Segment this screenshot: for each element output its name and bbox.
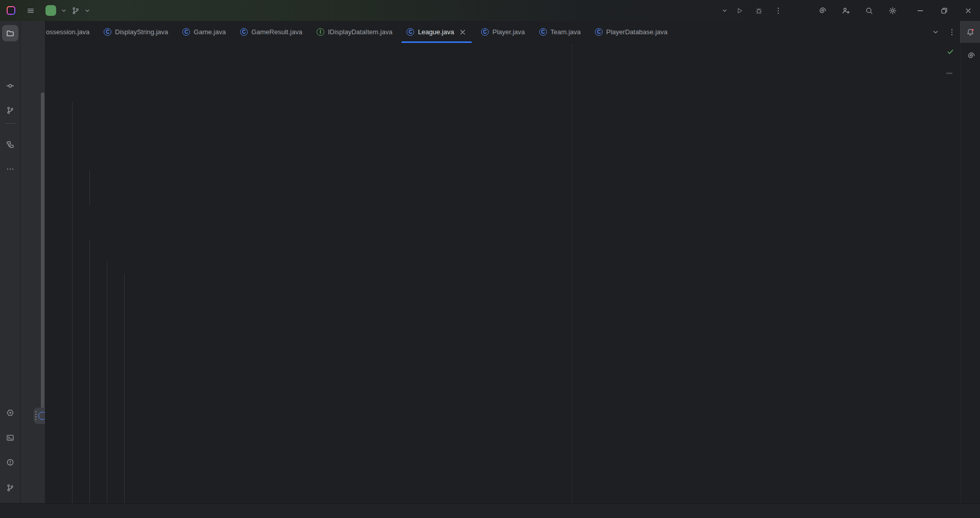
- structure-icon: [6, 140, 14, 149]
- ide-window: { "colors": { "accent":"#3574F0", "keywo…: [0, 0, 980, 518]
- tab-options-button[interactable]: [944, 28, 960, 36]
- terminal-icon: [6, 434, 14, 442]
- stripe-divider: [5, 123, 15, 124]
- chevron-down-icon: [721, 7, 728, 15]
- tab-ossession-java[interactable]: ossession.java: [39, 21, 97, 43]
- terminal-tool-button[interactable]: [2, 430, 18, 446]
- project-tool-button[interactable]: [2, 25, 18, 41]
- indent-guide: [107, 263, 107, 503]
- editor-tab-bar: ossession.javaCDisplayString.javaCGame.j…: [20, 21, 980, 43]
- chevron-down-icon: [84, 7, 91, 15]
- problems-icon: [6, 458, 14, 466]
- settings-button[interactable]: [889, 7, 897, 15]
- tab-label: PlayerDatabase.java: [606, 28, 667, 36]
- ai-assistant-icon: [967, 52, 975, 60]
- minimize-icon: [916, 7, 924, 15]
- tab-gameresult-java[interactable]: CGameResult.java: [233, 21, 309, 43]
- tab-game-java[interactable]: CGame.java: [175, 21, 233, 43]
- indent-guide: [124, 274, 125, 503]
- chevron-down-icon: [931, 28, 940, 36]
- version-control-tool-button[interactable]: [2, 480, 18, 496]
- main-menu-button[interactable]: [23, 3, 38, 18]
- more-dots-icon: [6, 165, 14, 173]
- inspections-ok-icon[interactable]: [946, 48, 954, 56]
- tab-playerdatabase-java[interactable]: CPlayerDatabase.java: [588, 21, 675, 43]
- folder-icon: [6, 29, 14, 37]
- class-icon: C: [481, 28, 489, 36]
- structure-tool-button[interactable]: [2, 136, 18, 153]
- class-icon: C: [539, 28, 547, 36]
- git-branch-icon: [71, 7, 80, 15]
- tab-player-java[interactable]: CPlayer.java: [474, 21, 532, 43]
- vcs-branch-widget[interactable]: [71, 3, 91, 18]
- tab-league-java[interactable]: CLeague.java: [399, 21, 474, 43]
- project-panel[interactable]: [20, 21, 45, 503]
- right-margin-guide: [572, 43, 572, 503]
- run-hexagon-icon: [6, 409, 14, 417]
- restore-icon: [940, 7, 948, 15]
- search-everywhere-button[interactable]: [865, 7, 873, 15]
- class-icon: C: [595, 28, 603, 36]
- pull-requests-tool-button[interactable]: [2, 102, 18, 119]
- run-gutter-icon: [38, 412, 45, 420]
- commit-icon: [6, 82, 14, 90]
- tab-team-java[interactable]: CTeam.java: [532, 21, 588, 43]
- indent-guide: [89, 171, 90, 205]
- kebab-menu-icon: [948, 28, 956, 36]
- git-branch-icon: [6, 106, 14, 114]
- close-icon: [964, 7, 972, 15]
- project-widget[interactable]: [45, 3, 67, 18]
- tab-label: League.java: [418, 28, 454, 36]
- right-tool-stripe: [961, 43, 980, 503]
- tab-close-icon[interactable]: [459, 28, 467, 36]
- project-panel-scrollbar[interactable]: [41, 92, 44, 419]
- tab-label: GameResult.java: [251, 28, 302, 36]
- project-avatar: [45, 5, 56, 16]
- tab-label: DisplayString.java: [115, 28, 168, 36]
- code-editor[interactable]: [45, 43, 961, 503]
- run-tool-button[interactable]: [2, 405, 18, 421]
- bell-icon: [966, 28, 974, 36]
- minimize-button[interactable]: [908, 0, 932, 21]
- title-bar: [0, 0, 980, 21]
- ai-assistant-tool-button[interactable]: [963, 48, 979, 64]
- more-tool-windows-button[interactable]: [2, 161, 18, 177]
- ai-assistant-icon[interactable]: [818, 7, 826, 15]
- class-icon: C: [104, 28, 111, 36]
- intellij-logo-icon: [7, 6, 15, 15]
- tab-label: Game.java: [194, 28, 226, 36]
- tab-label: IDisplayDataItem.java: [328, 28, 392, 36]
- tab-label: Team.java: [551, 28, 581, 36]
- tab-displaystring-java[interactable]: CDisplayString.java: [97, 21, 175, 43]
- indent-guide: [89, 240, 90, 503]
- interface-icon: I: [317, 28, 324, 36]
- code-with-me-button[interactable]: [842, 7, 850, 15]
- scrollbar-mark: [946, 73, 952, 74]
- status-bar: [0, 503, 980, 518]
- class-icon: C: [240, 28, 248, 36]
- notifications-button[interactable]: [960, 21, 980, 43]
- more-actions-button[interactable]: [774, 7, 782, 15]
- class-icon: C: [407, 28, 414, 36]
- run-configuration-selector[interactable]: [720, 7, 728, 15]
- class-icon: C: [182, 28, 190, 36]
- close-button[interactable]: [956, 0, 980, 21]
- left-tool-stripe: [0, 21, 20, 503]
- tab-label: Player.java: [492, 28, 525, 36]
- chevron-down-icon: [60, 7, 67, 15]
- drag-handle-icon: [35, 411, 37, 420]
- run-button[interactable]: [735, 7, 744, 15]
- debug-button[interactable]: [755, 7, 763, 15]
- commit-tool-button[interactable]: [2, 78, 18, 94]
- show-hidden-tabs-button[interactable]: [927, 28, 944, 36]
- restore-button[interactable]: [932, 0, 956, 21]
- floating-run-widget[interactable]: [34, 408, 45, 424]
- git-branch-icon: [6, 484, 14, 492]
- problems-tool-button[interactable]: [2, 454, 18, 470]
- tab-label: ossession.java: [46, 28, 89, 36]
- tabs-container: ossession.javaCDisplayString.javaCGame.j…: [39, 21, 675, 43]
- tab-idisplaydataitem-java[interactable]: IIDisplayDataItem.java: [309, 21, 399, 43]
- hamburger-menu-icon: [27, 7, 35, 15]
- indent-guide: [72, 102, 73, 503]
